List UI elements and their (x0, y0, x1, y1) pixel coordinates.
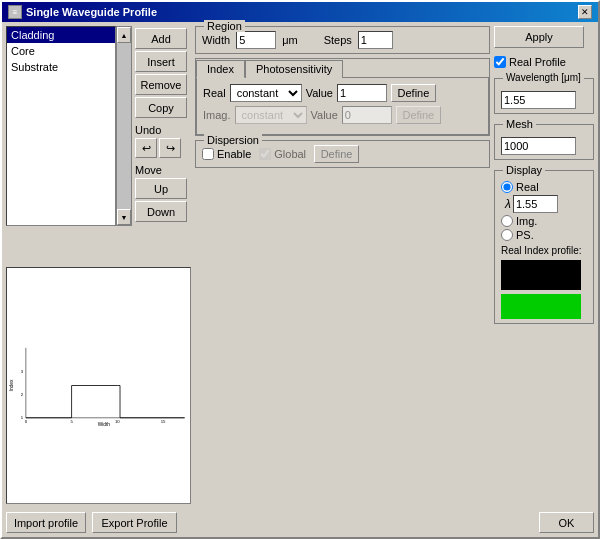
svg-text:3: 3 (21, 369, 24, 374)
mesh-group-label: Mesh (503, 118, 536, 130)
far-right-panel: Apply Real Profile Wavelength [μm] Mesh … (494, 26, 594, 504)
imag-index-row: Imag. constant Value Define (203, 106, 482, 124)
width-label: Width (202, 34, 230, 46)
main-row: Region Width μm Steps Index Photosensiti… (195, 26, 594, 504)
move-section: Move Up Down (135, 164, 187, 222)
unit-label: μm (282, 34, 298, 46)
apply-button[interactable]: Apply (494, 26, 584, 48)
real-profile-label: Real Profile (509, 56, 566, 68)
region-group: Region Width μm Steps (195, 26, 490, 54)
move-label: Move (135, 164, 187, 176)
real-define-btn[interactable]: Define (391, 84, 436, 102)
img-radio-label: Img. (516, 215, 537, 227)
add-button[interactable]: Add (135, 28, 187, 49)
enable-checkbox[interactable] (202, 148, 214, 160)
import-profile-button[interactable]: Import profile (6, 512, 86, 533)
tab-photosensitivity[interactable]: Photosensitivity (245, 60, 343, 78)
svg-text:15: 15 (161, 419, 166, 424)
wavelength-input[interactable] (501, 91, 576, 109)
svg-text:2: 2 (21, 392, 24, 397)
imag-define-btn: Define (396, 106, 441, 124)
img-radio-row: Img. (501, 215, 587, 227)
bottom-left: Import profile Export Profile (6, 512, 177, 533)
imag-value-label: Value (311, 109, 338, 121)
window-icon: ≡ (8, 5, 22, 19)
lambda-value-input[interactable] (513, 195, 558, 213)
region-label: Region (204, 20, 245, 32)
imag-value-input[interactable] (342, 106, 392, 124)
undo-arrows: ↩ ↪ (135, 138, 187, 158)
real-type-select[interactable]: constant graded (230, 84, 302, 102)
svg-text:0: 0 (25, 419, 28, 424)
up-button[interactable]: Up (135, 178, 187, 199)
imag-label: Imag. (203, 109, 231, 121)
real-profile-checkbox[interactable] (494, 56, 506, 68)
real-value-input[interactable] (337, 84, 387, 102)
global-label: Global (274, 148, 306, 160)
mesh-group: Mesh (494, 124, 594, 160)
svg-text:Index: Index (9, 379, 14, 391)
main-window: ≡ Single Waveguide Profile ✕ Cladding Co… (0, 0, 600, 539)
dispersion-group: Dispersion Enable Global Define (195, 140, 490, 168)
green-swatch[interactable] (501, 294, 581, 319)
display-group: Display Real λ Img. (494, 170, 594, 324)
chart-area: Index Width 1 2 3 0 5 10 15 (6, 267, 191, 504)
tab-row: Index Photosensitivity (196, 59, 489, 77)
layer-listbox[interactable]: Cladding Core Substrate (6, 26, 116, 226)
index-tabs: Index Photosensitivity Real constant gra… (195, 58, 490, 136)
chart-svg: Index Width 1 2 3 0 5 10 15 (7, 268, 190, 503)
remove-button[interactable]: Remove (135, 74, 187, 95)
svg-text:1: 1 (21, 415, 24, 420)
export-profile-button[interactable]: Export Profile (92, 512, 177, 533)
layer-item-cladding[interactable]: Cladding (7, 27, 115, 43)
ok-button[interactable]: OK (539, 512, 594, 533)
svg-text:10: 10 (115, 419, 120, 424)
img-radio[interactable] (501, 215, 513, 227)
title-bar: ≡ Single Waveguide Profile ✕ (2, 2, 598, 22)
scroll-down-btn[interactable]: ▼ (117, 209, 131, 225)
wavelength-group: Wavelength [μm] (494, 78, 594, 114)
layer-item-core[interactable]: Core (7, 43, 115, 59)
global-checkbox[interactable] (259, 148, 271, 160)
dispersion-define-btn: Define (314, 145, 359, 163)
global-checkbox-label: Global (259, 148, 306, 160)
lambda-icon: λ (505, 197, 511, 211)
real-index-row: Real constant graded Value Define (203, 84, 482, 102)
enable-checkbox-label[interactable]: Enable (202, 148, 251, 160)
real-value-label: Value (306, 87, 333, 99)
real-profile-row: Real Profile (494, 56, 594, 68)
undo-label: Undo (135, 124, 187, 136)
wavelength-group-label: Wavelength [μm] (503, 72, 584, 83)
title-bar-left: ≡ Single Waveguide Profile (8, 5, 157, 19)
down-button[interactable]: Down (135, 201, 187, 222)
close-button[interactable]: ✕ (578, 5, 592, 19)
real-radio[interactable] (501, 181, 513, 193)
window-title: Single Waveguide Profile (26, 6, 157, 18)
layer-item-substrate[interactable]: Substrate (7, 59, 115, 75)
ps-radio-row: PS. (501, 229, 587, 241)
mesh-input[interactable] (501, 137, 576, 155)
undo-back-btn[interactable]: ↩ (135, 138, 157, 158)
copy-button[interactable]: Copy (135, 97, 187, 118)
dispersion-label: Dispersion (204, 134, 262, 146)
dispersion-row: Enable Global Define (202, 145, 483, 163)
ps-radio[interactable] (501, 229, 513, 241)
width-input[interactable] (236, 31, 276, 49)
imag-type-select[interactable]: constant (235, 106, 307, 124)
real-index-label: Real Index profile: (501, 245, 587, 256)
steps-input[interactable] (358, 31, 393, 49)
left-panel: Cladding Core Substrate ▲ ▼ Add (6, 26, 191, 504)
insert-button[interactable]: Insert (135, 51, 187, 72)
layer-list-container: Cladding Core Substrate ▲ ▼ Add (6, 26, 191, 261)
center-panel: Region Width μm Steps Index Photosensiti… (195, 26, 490, 504)
tab-index[interactable]: Index (196, 60, 245, 78)
layer-list: Cladding Core Substrate (7, 27, 115, 75)
display-group-label: Display (503, 164, 545, 176)
tab-content: Real constant graded Value Define Imag. (196, 77, 489, 135)
undo-fwd-btn[interactable]: ↪ (159, 138, 181, 158)
black-swatch[interactable] (501, 260, 581, 290)
ps-radio-label: PS. (516, 229, 534, 241)
undo-section: Undo ↩ ↪ (135, 124, 187, 158)
real-label: Real (203, 87, 226, 99)
scroll-up-btn[interactable]: ▲ (117, 27, 131, 43)
